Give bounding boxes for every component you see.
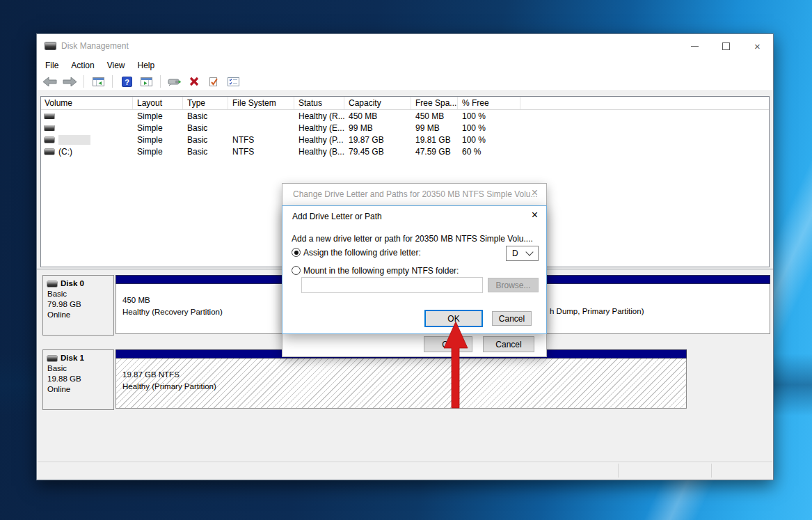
column-header-free-space[interactable]: Free Spa... xyxy=(411,97,458,109)
column-header-layout[interactable]: Layout xyxy=(133,97,183,109)
column-header-type[interactable]: Type xyxy=(183,97,228,109)
disk-status: Online xyxy=(47,384,113,395)
properties-icon[interactable] xyxy=(225,74,241,88)
cell-free-space: 47.59 GB xyxy=(411,147,458,157)
disk0-header[interactable]: Disk 0 Basic 79.98 GB Online xyxy=(42,275,114,336)
cell-pct-free: 100 % xyxy=(458,135,520,145)
cell-status: Healthy (P... xyxy=(294,135,344,145)
column-header-pct-free[interactable]: % Free xyxy=(458,97,520,109)
status-bar xyxy=(38,462,772,479)
drive-letter-select[interactable]: D xyxy=(506,246,539,261)
cancel-button[interactable]: Cancel xyxy=(492,311,532,326)
show-console-tree-icon[interactable] xyxy=(90,74,106,88)
drive-letter-value: D xyxy=(512,249,518,258)
cell-capacity: 450 MB xyxy=(344,111,411,121)
mark-partition-active-icon[interactable] xyxy=(206,74,221,88)
column-header-volume[interactable]: Volume xyxy=(41,97,133,109)
svg-text:?: ? xyxy=(125,77,129,86)
disk1-header[interactable]: Disk 1 Basic 19.88 GB Online xyxy=(42,349,114,410)
table-row[interactable]: Simple Basic Healthy (R... 450 MB 450 MB… xyxy=(41,110,769,122)
disk-name: Disk 0 xyxy=(61,278,84,289)
selected-volume-highlight xyxy=(58,135,90,145)
toolbar: ? xyxy=(37,72,773,91)
menu-action[interactable]: Action xyxy=(65,61,100,70)
cell-capacity: 19.87 GB xyxy=(344,135,411,145)
volume-list-header: Volume Layout Type File System Status Ca… xyxy=(41,97,769,110)
back-icon[interactable] xyxy=(42,74,58,88)
volume-icon xyxy=(45,149,54,155)
volume-icon xyxy=(45,125,54,131)
disk-size: 19.88 GB xyxy=(47,374,113,384)
menu-help[interactable]: Help xyxy=(132,61,161,70)
status-bar-divider xyxy=(711,464,712,478)
disk-kind: Basic xyxy=(47,363,113,374)
disk-icon xyxy=(47,281,57,287)
radio-mount-label: Mount in the following empty NTFS folder… xyxy=(303,266,459,276)
cell-pct-free: 100 % xyxy=(458,123,520,133)
radio-mount-folder[interactable] xyxy=(292,266,301,275)
cell-type: Basic xyxy=(183,123,228,133)
partition-status: Healthy (Primary Partition) xyxy=(122,381,686,393)
maximize-icon xyxy=(722,42,730,50)
disk-status: Online xyxy=(47,310,113,320)
cell-free-space: 19.81 GB xyxy=(411,135,458,145)
table-row[interactable]: Simple Basic Healthy (E... 99 MB 99 MB 1… xyxy=(41,122,769,134)
status-bar-divider xyxy=(618,464,619,478)
close-icon: × xyxy=(754,41,761,52)
column-header-file-system[interactable]: File System xyxy=(228,97,294,109)
column-header-capacity[interactable]: Capacity xyxy=(344,97,411,109)
cell-free-space: 450 MB xyxy=(411,111,458,121)
dialog-title: Change Drive Letter and Paths for 20350 … xyxy=(293,189,538,199)
disk1-partition-selected[interactable]: 19.87 GB NTFS Healthy (Primary Partition… xyxy=(116,349,687,410)
cancel-button[interactable]: Cancel xyxy=(483,336,534,352)
close-button[interactable]: × xyxy=(742,34,773,58)
cell-capacity: 79.45 GB xyxy=(344,147,411,157)
disk-drive-icon xyxy=(45,42,56,49)
delete-volume-icon[interactable] xyxy=(186,74,202,88)
column-header-status[interactable]: Status xyxy=(294,97,344,109)
toolbar-separator xyxy=(112,75,113,88)
volume-icon xyxy=(45,113,54,119)
toolbar-separator xyxy=(160,75,161,88)
cell-pct-free: 100 % xyxy=(458,111,520,121)
close-icon[interactable]: × xyxy=(532,210,538,221)
cell-status: Healthy (B... xyxy=(294,147,344,157)
column-header-filler xyxy=(520,97,769,109)
chevron-down-icon xyxy=(525,248,533,255)
table-row-selected[interactable]: Simple Basic NTFS Healthy (P... 19.87 GB… xyxy=(41,134,769,145)
minimize-button[interactable] xyxy=(679,34,710,58)
menu-view[interactable]: View xyxy=(101,61,132,70)
partition-capacity: 19.87 GB NTFS xyxy=(122,369,686,381)
maximize-button[interactable] xyxy=(710,34,742,58)
red-arrow-annotation xyxy=(443,320,470,409)
volume-name: (C:) xyxy=(58,147,72,157)
folder-path-input[interactable] xyxy=(301,277,483,293)
radio-assign-drive-letter[interactable] xyxy=(292,248,301,257)
toolbar-separator xyxy=(83,75,84,88)
cell-layout: Simple xyxy=(133,135,183,145)
cell-status: Healthy (R... xyxy=(294,111,344,121)
help-icon[interactable]: ? xyxy=(119,74,134,88)
cell-type: Basic xyxy=(183,135,228,145)
disk1-row: Disk 1 Basic 19.88 GB Online 19.87 GB NT… xyxy=(42,349,770,411)
minimize-icon xyxy=(691,46,699,47)
cell-capacity: 99 MB xyxy=(344,123,411,133)
add-drive-letter-dialog: Add Drive Letter or Path × Add a new dri… xyxy=(282,205,547,334)
radio-assign-label: Assign the following drive letter: xyxy=(303,248,421,258)
cell-type: Basic xyxy=(183,147,228,157)
disk-tool-icon[interactable] xyxy=(167,74,182,88)
volume-icon xyxy=(45,137,54,143)
disk-icon xyxy=(47,356,57,361)
show-action-pane-icon[interactable] xyxy=(138,74,154,88)
dialog-title: Add Drive Letter or Path xyxy=(292,212,382,221)
menu-file[interactable]: File xyxy=(39,61,65,70)
cell-layout: Simple xyxy=(133,123,183,133)
cell-file-system: NTFS xyxy=(228,135,294,145)
browse-button[interactable]: Browse... xyxy=(488,278,539,292)
forward-icon[interactable] xyxy=(62,74,77,88)
table-row[interactable]: (C:) Simple Basic NTFS Healthy (B... 79.… xyxy=(41,145,769,157)
cell-file-system: NTFS xyxy=(228,147,294,157)
window-title: Disk Management xyxy=(61,41,129,51)
close-icon[interactable]: × xyxy=(532,187,538,198)
disk-name: Disk 1 xyxy=(61,353,84,363)
